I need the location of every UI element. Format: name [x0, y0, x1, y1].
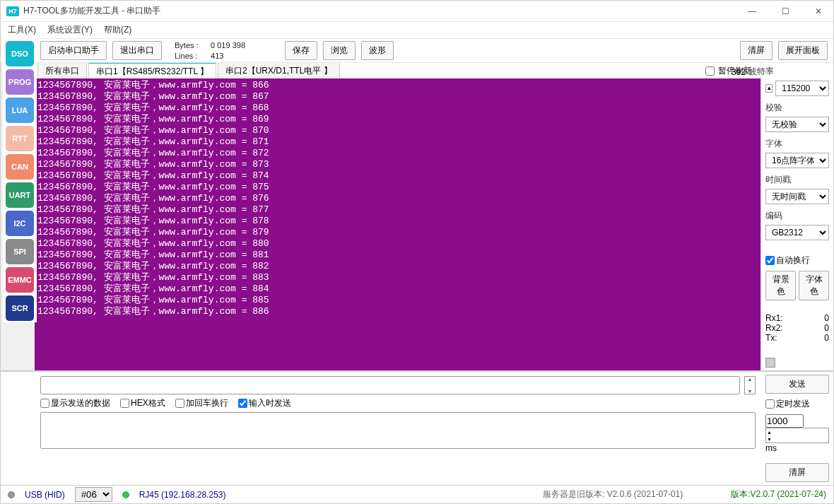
rx1-label: Rx1:	[765, 313, 783, 323]
tab-all-serial[interactable]: 所有串口	[37, 62, 87, 79]
save-button[interactable]: 保存	[285, 41, 317, 60]
font-select[interactable]: 16点阵字体	[765, 153, 829, 168]
sidebar-item-spi[interactable]: SPI	[6, 239, 34, 264]
parity-label: 校验	[765, 102, 829, 114]
rx1-value: 0	[824, 313, 829, 323]
baud-label: 波特率	[748, 66, 774, 78]
show-sent-checkbox[interactable]: 显示发送的数据	[40, 397, 110, 409]
left-sidebar: DSOPROGLUARTTCANUARTI2CSPIEMMCSCR	[3, 38, 37, 322]
client-version: 版本:V2.0.7 (2021-07-24)	[731, 488, 826, 500]
terminal-line: 1234567890, 安富莱电子，www.armfly.com = 877	[37, 204, 758, 216]
window-title: H7-TOOL多功能开发工具 - 串口助手	[23, 5, 160, 17]
interval-input[interactable]	[765, 414, 804, 428]
terminal-line: 1234567890, 安富莱电子，www.armfly.com = 874	[37, 170, 758, 182]
clear-bottom-button[interactable]: 清屏	[765, 463, 829, 482]
send-on-input-checkbox[interactable]: 输入时发送	[238, 397, 291, 409]
rx2-value: 0	[824, 323, 829, 333]
send-input-secondary[interactable]	[40, 412, 756, 449]
sidebar-item-i2c[interactable]: I2C	[6, 211, 34, 236]
start-serial-button[interactable]: 启动串口助手	[40, 41, 107, 60]
sidebar-item-emmc[interactable]: EMMC	[6, 267, 34, 293]
device-select[interactable]: #06	[75, 487, 112, 502]
wave-button[interactable]: 波形	[361, 41, 394, 60]
clear-screen-button[interactable]: 清屏	[740, 41, 773, 60]
timed-send-checkbox[interactable]: 定时发送	[765, 398, 829, 410]
send-button[interactable]: 发送	[765, 375, 829, 394]
menu-bar: 工具(X) 系统设置(Y) 帮助(Z)	[1, 22, 833, 39]
rj45-status[interactable]: RJ45 (192.168.28.253)	[139, 490, 226, 500]
terminal-line: 1234567890, 安富莱电子，www.armfly.com = 881	[37, 250, 758, 261]
baud-select[interactable]: 115200	[775, 81, 829, 96]
terminal-line: 1234567890, 安富莱电子，www.armfly.com = 869	[37, 114, 758, 125]
terminal-line: 1234567890, 安富莱电子，www.armfly.com = 884	[37, 283, 758, 295]
tx-label: Tx:	[765, 333, 777, 343]
font-color-button[interactable]: 字体色	[799, 271, 829, 300]
send-input-primary[interactable]	[40, 376, 740, 394]
server-version: 服务器是旧版本: V2.0.6 (2021-07-01)	[543, 488, 683, 500]
usb-led-icon	[8, 491, 15, 498]
sidebar-item-rtt[interactable]: RTT	[6, 126, 34, 151]
stats-display: Bytes : 0 019 398 Lines : 413	[175, 40, 245, 61]
rj45-led-icon	[122, 491, 129, 498]
hex-format-checkbox[interactable]: HEX格式	[120, 397, 165, 409]
terminal-line: 1234567890, 安富莱电子，www.armfly.com = 873	[37, 159, 758, 170]
sidebar-item-dso[interactable]: DSO	[6, 41, 34, 66]
encoding-select[interactable]: GB2312	[765, 225, 829, 240]
interval-spinner[interactable]: ▲▼	[765, 428, 829, 443]
close-icon[interactable]: ✕	[809, 4, 828, 19]
parity-select[interactable]: 无校验	[765, 117, 829, 132]
terminal-line: 1234567890, 安富莱电子，www.armfly.com = 866	[37, 80, 758, 91]
terminal-line: 1234567890, 安富莱电子，www.armfly.com = 876	[37, 193, 758, 204]
rx2-label: Rx2:	[765, 323, 783, 333]
auto-wrap-checkbox[interactable]: 自动换行	[765, 254, 829, 266]
right-panel: 392 波特率 ▲ 115200 校验 无校验 字体 16点阵字体 时间戳 无时…	[761, 63, 833, 370]
tab-bar: 所有串口 串口1【RS485/RS232/TTL 】 串口2【URX/D1,TT…	[35, 63, 760, 78]
tab-com1[interactable]: 串口1【RS485/RS232/TTL 】	[88, 62, 216, 80]
terminal-line: 1234567890, 安富莱电子，www.armfly.com = 883	[37, 272, 758, 283]
terminal-line: 1234567890, 安富莱电子，www.armfly.com = 879	[37, 227, 758, 238]
tab-com2[interactable]: 串口2【URX/D1,TTL电平 】	[218, 62, 340, 79]
status-bar: USB (HID) #06 RJ45 (192.168.28.253) 服务器是…	[1, 485, 833, 503]
sidebar-item-scr[interactable]: SCR	[6, 295, 34, 321]
font-label: 字体	[765, 138, 829, 150]
sidebar-item-uart[interactable]: UART	[6, 182, 34, 208]
bg-color-button[interactable]: 背景色	[765, 271, 796, 300]
terminal-line: 1234567890, 安富莱电子，www.armfly.com = 871	[37, 136, 758, 148]
timestamp-label: 时间戳	[765, 174, 829, 186]
usb-status[interactable]: USB (HID)	[25, 490, 65, 500]
terminal-line: 1234567890, 安富莱电子，www.armfly.com = 870	[37, 125, 758, 136]
browse-button[interactable]: 浏览	[323, 41, 356, 60]
toolbar: 启动串口助手 退出串口 Bytes : 0 019 398 Lines : 41…	[1, 39, 833, 63]
terminal-output[interactable]: 1234567890, 安富莱电子，www.armfly.com = 86612…	[35, 78, 760, 370]
title-bar: H7 H7-TOOL多功能开发工具 - 串口助手 — ☐ ✕	[1, 1, 833, 22]
encoding-label: 编码	[765, 210, 829, 222]
timestamp-select[interactable]: 无时间戳	[765, 189, 829, 204]
terminal-line: 1234567890, 安富莱电子，www.armfly.com = 882	[37, 261, 758, 272]
expand-panel-button[interactable]: 展开面板	[778, 41, 828, 60]
menu-settings[interactable]: 系统设置(Y)	[47, 24, 93, 36]
sidebar-item-lua[interactable]: LUA	[6, 98, 34, 123]
sidebar-item-prog[interactable]: PROG	[6, 69, 34, 95]
sidebar-item-can[interactable]: CAN	[6, 154, 34, 180]
color-swatch	[765, 358, 775, 368]
right-bottom-panel: 发送 定时发送 ▲▼ ms 清屏	[761, 371, 833, 485]
maximize-icon[interactable]: ☐	[776, 4, 795, 19]
terminal-line: 1234567890, 安富莱电子，www.armfly.com = 878	[37, 216, 758, 227]
exit-serial-button[interactable]: 退出串口	[112, 41, 162, 60]
minimize-icon[interactable]: —	[742, 4, 762, 19]
tx-value: 0	[824, 333, 829, 343]
terminal-line: 1234567890, 安富莱电子，www.armfly.com = 867	[37, 91, 758, 102]
terminal-line: 1234567890, 安富莱电子，www.armfly.com = 885	[37, 295, 758, 306]
history-spinner[interactable]: ▲▼	[744, 376, 756, 394]
menu-help[interactable]: 帮助(Z)	[104, 24, 131, 36]
add-crlf-checkbox[interactable]: 加回车换行	[175, 397, 228, 409]
terminal-line: 1234567890, 安富莱电子，www.armfly.com = 875	[37, 182, 758, 193]
ms-label: ms	[765, 443, 777, 453]
terminal-line: 1234567890, 安富莱电子，www.armfly.com = 886	[37, 306, 758, 317]
baud-up-icon[interactable]: ▲	[765, 84, 773, 93]
line-count: 392	[732, 67, 746, 77]
terminal-line: 1234567890, 安富莱电子，www.armfly.com = 880	[37, 238, 758, 250]
terminal-line: 1234567890, 安富莱电子，www.armfly.com = 872	[37, 148, 758, 159]
terminal-line: 1234567890, 安富莱电子，www.armfly.com = 868	[37, 102, 758, 114]
